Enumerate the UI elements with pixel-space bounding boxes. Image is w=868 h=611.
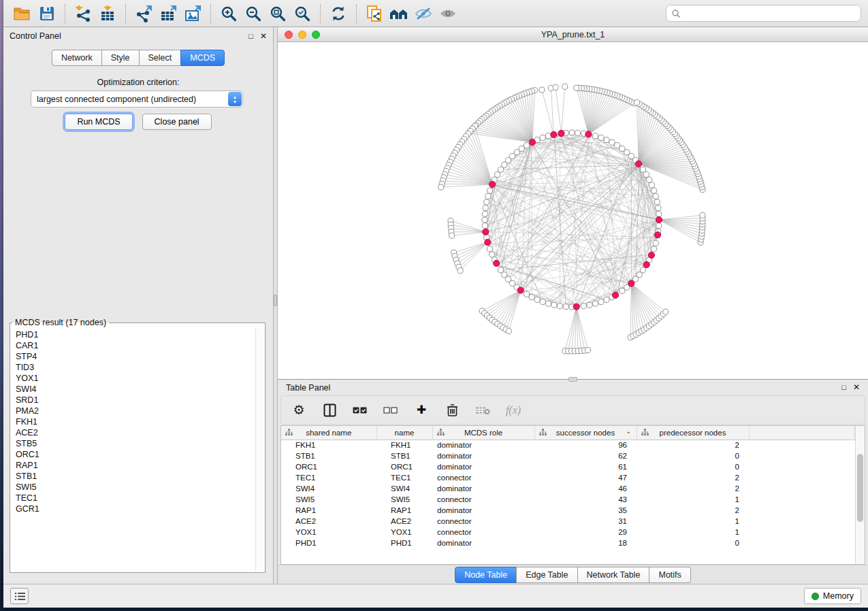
search-icon [671, 9, 681, 18]
horizontal-splitter-grip[interactable] [568, 377, 577, 382]
table-cell [749, 472, 855, 483]
zoom-selected-icon[interactable] [290, 3, 315, 24]
export-table-icon[interactable] [156, 3, 180, 24]
export-network-icon[interactable] [131, 3, 156, 24]
table-row[interactable]: YOX1YOX1connector291 [281, 527, 855, 538]
table-scrollbar-thumb[interactable] [857, 454, 863, 522]
close-panel-button[interactable]: Close panel [142, 114, 212, 130]
mcds-result-item[interactable]: STP4 [16, 351, 265, 362]
mcds-result-list[interactable]: PHD1CAR1STP4TID3YOX1SWI4SRD1PMA2FKH1ACE2… [10, 329, 265, 514]
table-row[interactable]: STB1STB1dominator620 [281, 450, 855, 461]
tab-edge-table[interactable]: Edge Table [516, 567, 577, 583]
tab-node-table[interactable]: Node Table [455, 567, 517, 583]
close-window-icon[interactable] [285, 31, 293, 39]
column-header-predecessor-nodes[interactable]: predecessor nodes [637, 426, 749, 440]
mcds-result-item[interactable]: STB5 [16, 438, 265, 449]
duplicate-network-icon[interactable] [362, 3, 387, 24]
zoom-fit-icon[interactable] [266, 3, 290, 24]
save-icon[interactable] [35, 3, 59, 24]
mcds-result-item[interactable]: STB1 [16, 471, 265, 482]
table-row[interactable]: PHD1PHD1dominator180 [281, 538, 855, 548]
mcds-result-item[interactable]: RAP1 [16, 460, 265, 471]
mcds-result-item[interactable]: CAR1 [16, 340, 265, 351]
table-row[interactable]: RAP1RAP1dominator352 [281, 505, 855, 516]
column-header-mcds-role[interactable]: MCDS role [432, 426, 534, 440]
export-image-icon[interactable] [180, 3, 205, 24]
tab-network[interactable]: Network [52, 50, 102, 66]
network-graph-svg[interactable] [278, 42, 868, 379]
first-neighbors-icon[interactable] [387, 3, 411, 24]
tab-style[interactable]: Style [101, 50, 140, 66]
hide-selected-icon[interactable] [411, 3, 436, 24]
run-mcds-button[interactable]: Run MCDS [65, 114, 132, 130]
table-row[interactable]: SWI4SWI4dominator462 [281, 483, 855, 494]
float-panel-icon[interactable]: □ [248, 33, 253, 40]
mcds-result-item[interactable]: PHD1 [16, 329, 265, 340]
search-field[interactable] [666, 5, 861, 22]
mcds-result-item[interactable]: ACE2 [16, 427, 265, 438]
add-column-icon[interactable]: ✚ [413, 402, 430, 418]
table-cell: dominator [432, 505, 534, 516]
mcds-result-item[interactable]: FKH1 [16, 416, 265, 427]
network-canvas[interactable] [278, 42, 868, 379]
criterion-dropdown[interactable]: largest connected component (undirected)… [31, 90, 243, 108]
table-row[interactable]: SWI5SWI5connector431 [281, 494, 855, 505]
panel-list-button[interactable] [10, 588, 29, 604]
import-network-icon[interactable] [71, 3, 95, 24]
mcds-result-item[interactable]: YOX1 [16, 373, 265, 384]
table-scrollbar[interactable] [855, 426, 865, 564]
table-cell [749, 483, 855, 494]
splitter-grip[interactable] [274, 295, 277, 306]
mcds-result-item[interactable]: PMA2 [16, 406, 265, 416]
table-cell: SWI4 [281, 483, 376, 494]
table-options-gear-icon[interactable]: ⚙ [291, 402, 307, 418]
mcds-result-item[interactable]: SRD1 [16, 395, 265, 406]
mcds-list-scrollbar[interactable] [255, 329, 263, 571]
tab-mcds[interactable]: MCDS [180, 50, 225, 66]
close-panel-icon[interactable]: ✕ [260, 33, 267, 40]
table-cell: RAP1 [281, 505, 376, 516]
mcds-result-item[interactable]: SWI5 [16, 482, 265, 493]
mcds-result-item[interactable]: TEC1 [16, 493, 265, 503]
close-table-panel-icon[interactable]: ✕ [853, 384, 860, 391]
table-cell: ORC1 [376, 461, 432, 472]
mcds-result-item[interactable]: SWI4 [16, 384, 265, 395]
table-row[interactable]: ACE2ACE2connector311 [281, 516, 855, 527]
refresh-layout-icon[interactable] [326, 3, 351, 24]
open-folder-icon[interactable] [10, 3, 35, 24]
tab-motifs[interactable]: Motifs [649, 567, 690, 583]
column-header-successor-nodes[interactable]: successor nodes⌄ [534, 426, 637, 440]
delete-columns-icon[interactable] [444, 402, 460, 418]
table-row[interactable]: FKH1FKH1dominator962 [281, 440, 855, 450]
memory-button[interactable]: Memory [804, 588, 861, 604]
column-header-shared-name[interactable]: shared name [281, 426, 376, 440]
mcds-result-item[interactable]: TID3 [16, 362, 265, 373]
table-row[interactable]: TEC1TEC1connector472 [281, 472, 855, 483]
select-all-columns-icon[interactable] [352, 402, 368, 418]
minimize-window-icon[interactable] [298, 31, 306, 39]
sort-chevron-icon[interactable]: ⌄ [626, 427, 631, 435]
table-cell: 47 [534, 472, 637, 483]
search-input[interactable] [681, 9, 856, 18]
table-cell: connector [432, 494, 534, 505]
unselect-all-columns-icon[interactable] [383, 402, 399, 418]
node-table-grid[interactable]: shared namenameMCDS rolesuccessor nodes⌄… [281, 426, 855, 548]
mcds-result-item[interactable]: GCR1 [16, 503, 265, 514]
column-header-name[interactable]: name [376, 426, 432, 440]
mcds-result-group: MCDS result (17 nodes) PHD1CAR1STP4TID3Y… [10, 318, 266, 573]
show-column-panel-icon[interactable] [321, 402, 338, 418]
table-row[interactable]: ORC1ORC1dominator610 [281, 461, 855, 472]
tab-network-table[interactable]: Network Table [577, 567, 650, 583]
zoom-out-icon[interactable] [241, 3, 266, 24]
tab-select[interactable]: Select [139, 50, 182, 66]
maximize-window-icon[interactable] [312, 31, 320, 39]
mcds-result-item[interactable]: ORC1 [16, 449, 265, 460]
import-table-icon[interactable] [95, 3, 120, 24]
table-cell: 35 [534, 505, 637, 516]
toolbar-separator [320, 4, 321, 23]
zoom-in-icon[interactable] [216, 3, 241, 24]
show-all-icon[interactable] [436, 3, 460, 24]
network-window-titlebar[interactable]: YPA_prune.txt_1 [278, 27, 868, 42]
table-cell [749, 516, 855, 527]
float-table-panel-icon[interactable]: □ [841, 384, 846, 391]
